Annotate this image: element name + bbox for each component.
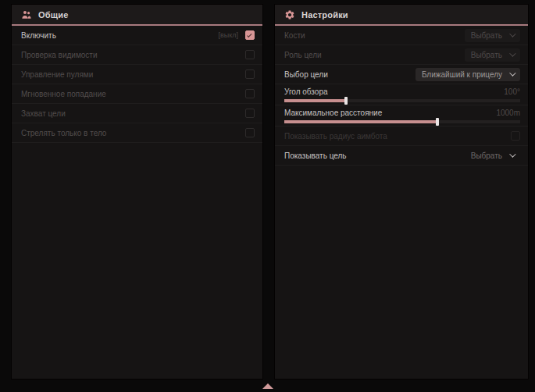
row-fov: Угол обзора 100° [275,84,528,105]
general-panel-header: Общие [12,5,262,24]
bullet-control-checkbox[interactable] [245,69,255,79]
setting-label: Стрелять только в тело [21,129,245,137]
row-max-distance: Максимальное расстояние 1000m [275,105,528,127]
checkmark-icon [247,32,251,37]
row-bones: Кости Выбрать [275,26,528,45]
setting-label: Показывать радиус аимбота [284,132,511,141]
row-bullet-control: Управление пулями [12,65,262,84]
setting-label: Включить [21,31,218,40]
setting-label: Показывать цель [284,151,465,160]
setting-label: Выбор цели [284,70,416,79]
dropdown-value: Выбрать [471,151,502,160]
show-target-dropdown[interactable]: Выбрать [465,149,520,162]
triangle-up-icon[interactable] [262,383,273,389]
row-target-role: Роль цели Выбрать [275,45,528,65]
target-role-dropdown[interactable]: Выбрать [465,48,520,62]
gear-icon [284,9,295,20]
instant-hit-checkbox[interactable] [245,89,255,98]
max-distance-slider-fill [284,120,437,123]
panel-title: Настройки [301,10,348,20]
settings-panel-body: Кости Выбрать Роль цели Выбрать Выбор це… [275,26,528,379]
row-show-aimbot-radius: Показывать радиус аимбота [275,127,528,146]
max-distance-slider[interactable] [284,120,520,123]
row-instant-hit: Мгновенное попадание [12,84,262,104]
setting-label: Кости [284,31,465,40]
bones-dropdown[interactable]: Выбрать [465,29,520,42]
chevron-down-icon [509,50,515,56]
settings-panel-header: Настройки [275,5,528,24]
setting-label: Угол обзора [284,87,504,96]
fov-slider[interactable] [284,99,520,102]
dropdown-value: Ближайший к прицелу [422,70,502,79]
setting-label: Максимальное расстояние [284,109,496,117]
slider-value: 100° [504,87,520,96]
row-target-lock: Захват цели [12,104,262,123]
hotkey-label[interactable]: [выкл] [218,31,238,39]
setting-label: Мгновенное попадание [21,90,245,98]
setting-label: Захват цели [21,109,245,118]
target-lock-checkbox[interactable] [245,109,255,118]
row-body-only: Стрелять только в тело [12,123,262,143]
setting-label: Роль цели [284,51,465,59]
chevron-down-icon [509,69,515,76]
fov-slider-handle[interactable] [344,97,348,105]
row-visibility-check: Проверка видимости [12,45,262,65]
chevron-down-icon [509,151,515,157]
setting-label: Проверка видимости [21,51,245,59]
row-enable: Включить [выкл] [12,26,262,45]
settings-panel: Настройки Кости Выбрать Роль цели Выбрат… [274,4,529,380]
max-distance-slider-handle[interactable] [436,118,439,126]
body-only-checkbox[interactable] [245,128,255,137]
dropdown-value: Выбрать [471,31,502,40]
enable-checkbox[interactable] [245,30,255,40]
show-aimbot-radius-checkbox[interactable] [511,131,520,141]
row-show-target: Показывать цель Выбрать [275,146,528,166]
fov-slider-fill [284,99,346,102]
slider-value: 1000m [496,109,520,117]
setting-label: Управление пулями [21,70,245,79]
general-panel: Общие Включить [выкл] Проверка видимости… [11,4,263,380]
visibility-check-checkbox[interactable] [245,50,255,59]
users-icon [21,9,32,20]
dropdown-value: Выбрать [471,51,502,59]
chevron-down-icon [509,30,515,37]
target-selection-dropdown[interactable]: Ближайший к прицелу [416,68,520,81]
row-target-selection: Выбор цели Ближайший к прицелу [275,65,528,84]
panel-title: Общие [38,10,69,20]
general-panel-body: Включить [выкл] Проверка видимости Управ… [12,26,262,379]
